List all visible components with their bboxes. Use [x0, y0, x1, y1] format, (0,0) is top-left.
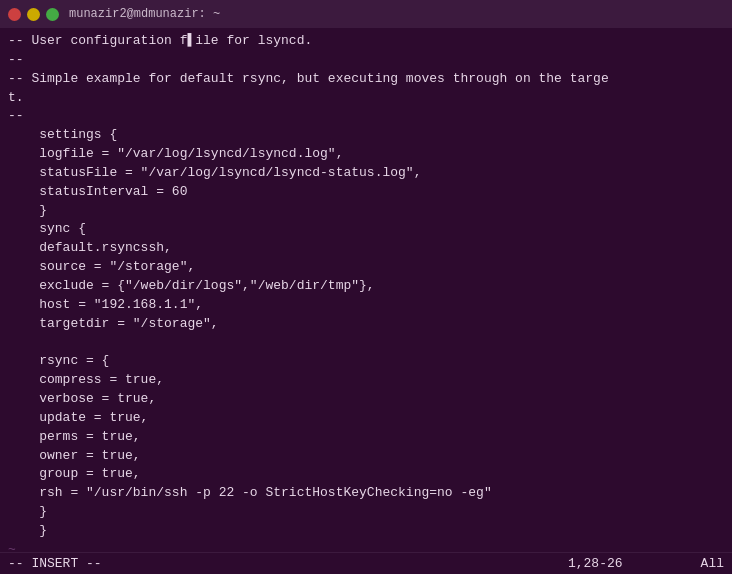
titlebar: munazir2@mdmunazir: ~	[0, 0, 732, 28]
maximize-button[interactable]	[46, 8, 59, 21]
window-title: munazir2@mdmunazir: ~	[69, 7, 220, 21]
close-button[interactable]	[8, 8, 21, 21]
code-line: settings {	[8, 127, 117, 142]
code-line: exclude = {"/web/dir/logs","/web/dir/tmp…	[8, 278, 375, 293]
comment-line: -- User configuration f▌ile for lsyncd.	[8, 33, 312, 48]
code-line: targetdir = "/storage",	[8, 316, 219, 331]
minimize-button[interactable]	[27, 8, 40, 21]
comment-line: t.	[8, 90, 24, 105]
terminal-window: munazir2@mdmunazir: ~ -- User configurat…	[0, 0, 732, 574]
code-line: statusFile = "/var/log/lsyncd/lsyncd-sta…	[8, 165, 421, 180]
code-line: perms = true,	[8, 429, 141, 444]
editor-content[interactable]: -- User configuration f▌ile for lsyncd. …	[0, 28, 732, 552]
code-line: update = true,	[8, 410, 148, 425]
code-line: rsync = {	[8, 353, 109, 368]
code-line: compress = true,	[8, 372, 164, 387]
code-line: host = "192.168.1.1",	[8, 297, 203, 312]
cursor-position: 1,28-26 All	[568, 556, 724, 571]
code-line: sync {	[8, 221, 86, 236]
code-line: statusInterval = 60	[8, 184, 187, 199]
code-line: }	[8, 523, 47, 538]
code-line: default.rsyncssh,	[8, 240, 172, 255]
comment-line: -- Simple example for default rsync, but…	[8, 71, 609, 86]
code-line: logfile = "/var/log/lsyncd/lsyncd.log",	[8, 146, 343, 161]
code-line: owner = true,	[8, 448, 141, 463]
comment-line: --	[8, 108, 24, 123]
code-line: source = "/storage",	[8, 259, 195, 274]
comment-line: --	[8, 52, 24, 67]
code-line: }	[8, 203, 47, 218]
code-line: }	[8, 504, 47, 519]
code-line: verbose = true,	[8, 391, 156, 406]
code-line: rsh = "/usr/bin/ssh -p 22 -o StrictHostK…	[8, 485, 492, 500]
vim-mode: -- INSERT --	[8, 556, 102, 571]
statusbar: -- INSERT -- 1,28-26 All	[0, 552, 732, 574]
tilde-line: ~	[8, 542, 16, 552]
code-line: group = true,	[8, 466, 141, 481]
